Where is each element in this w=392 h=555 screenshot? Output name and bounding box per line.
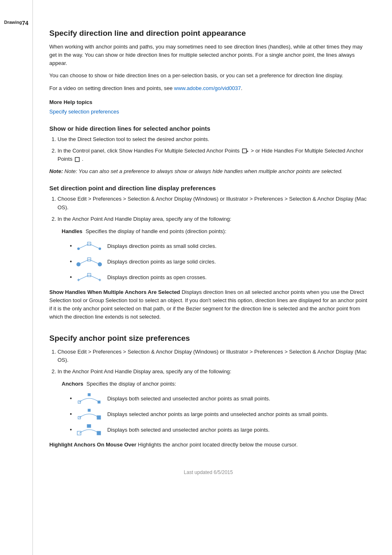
svg-rect-26 <box>77 431 81 435</box>
svg-point-6 <box>77 247 80 250</box>
more-help-link[interactable]: Specify selection preferences <box>49 109 119 115</box>
section2-steps: Use the Direct Selection tool to select … <box>58 135 367 163</box>
svg-rect-22 <box>88 393 90 396</box>
section2-step2: In the Control panel, click Show Handles… <box>58 147 367 163</box>
handles-label: Handles <box>62 228 83 234</box>
anchors-block: Anchors Specifies the display of anchor … <box>62 380 367 437</box>
handle-item-1-text: Displays direction points as small solid… <box>107 243 217 250</box>
highlight-desc: Highlight Anchors On Mouse Over Highligh… <box>49 441 367 449</box>
section1-para1: When working with anchor points and path… <box>49 43 367 67</box>
svg-marker-1 <box>247 150 249 152</box>
section-label: Drawing <box>4 20 22 25</box>
svg-rect-25 <box>88 409 90 412</box>
handle-item-2-text: Displays direction points as large solid… <box>107 258 216 266</box>
handle-illus-2 <box>75 255 104 268</box>
section1-para2: You can choose to show or hide direction… <box>49 72 367 80</box>
section2-step1: Use the Direct Selection tool to select … <box>58 135 367 143</box>
handle-illus-1 <box>75 240 104 253</box>
svg-rect-2 <box>75 157 79 162</box>
left-margin: Drawing 74 <box>0 0 33 555</box>
handle-item-3-text: Displays direction points as open crosse… <box>107 274 207 281</box>
handle-illus-3 <box>75 271 104 284</box>
handles-block: Handles Specifies the display of handle … <box>62 227 367 284</box>
footer: Last updated 6/5/2015 <box>49 469 367 475</box>
section4-step2: In the Anchor Point And Handle Display a… <box>58 368 367 376</box>
anchors-desc: Specifies the display of anchor points: <box>86 381 176 387</box>
svg-point-7 <box>99 247 101 250</box>
anchor-illus-1 <box>75 392 104 405</box>
anchor-item-3: Displays both selected and unselected an… <box>70 423 367 437</box>
show-handles-icon <box>242 148 249 154</box>
show-handles-bold: Show Handles When Multiple Anchors Are S… <box>49 289 180 295</box>
section2-title: Show or hide direction lines for selecte… <box>49 125 367 132</box>
svg-point-12 <box>98 262 102 266</box>
section2-note: Note: Note: You can also set a preferenc… <box>49 167 367 176</box>
section1-para3-text: For a video on setting direction lines a… <box>49 85 173 91</box>
section1-para3: For a video on setting direction lines a… <box>49 84 367 92</box>
anchor-item-1: Displays both selected and unselected an… <box>70 392 367 405</box>
highlight-desc-text: Highlights the anchor point located dire… <box>138 442 298 448</box>
more-help-title: More Help topics <box>49 99 367 105</box>
section1-title: Specify direction line and direction poi… <box>49 29 367 38</box>
section4-title: Specify anchor point size preferences <box>49 334 367 343</box>
hide-handles-icon <box>75 157 80 162</box>
anchor-illus-2 <box>75 408 104 421</box>
section4-steps: Choose Edit > Preferences > Selection & … <box>58 348 367 376</box>
svg-rect-0 <box>242 149 247 153</box>
handle-items-list: Displays direction points as small solid… <box>70 240 367 284</box>
handle-item-3: Displays direction points as open crosse… <box>70 271 367 284</box>
section3-title: Set direction point and direction line d… <box>49 185 367 192</box>
handles-desc: Specifies the display of handle end poin… <box>85 228 226 234</box>
page-number: 74 <box>22 20 28 26</box>
svg-rect-24 <box>97 416 101 419</box>
section3-steps: Choose Edit > Preferences > Selection & … <box>58 195 367 223</box>
section3-step2: In the Anchor Point And Handle Display a… <box>58 215 367 223</box>
anchor-item-1-text: Displays both selected and unselected an… <box>107 395 270 402</box>
page-container: Drawing 74 Specify direction line and di… <box>0 0 392 555</box>
svg-rect-28 <box>87 424 91 428</box>
handle-item-1: Displays direction points as small solid… <box>70 240 367 253</box>
show-handles-desc: Show Handles When Multiple Anchors Are S… <box>49 288 367 321</box>
svg-rect-27 <box>97 431 101 435</box>
svg-point-11 <box>76 262 81 266</box>
section1-link[interactable]: www.adobe.com/go/vid0037 <box>174 85 241 91</box>
handle-item-2: Displays direction points as large solid… <box>70 255 367 268</box>
anchor-item-3-text: Displays both selected and unselected an… <box>107 426 270 434</box>
svg-rect-21 <box>98 401 100 403</box>
anchor-item-2: Displays selected anchor points as large… <box>70 408 367 421</box>
section1-link-suffix: . <box>241 85 242 91</box>
section4-step1: Choose Edit > Preferences > Selection & … <box>58 348 367 364</box>
anchors-label: Anchors <box>62 381 83 387</box>
section3-step1: Choose Edit > Preferences > Selection & … <box>58 195 367 211</box>
anchor-illus-3 <box>75 423 104 437</box>
highlight-bold: Highlight Anchors On Mouse Over <box>49 442 136 448</box>
footer-text: Last updated 6/5/2015 <box>184 469 233 475</box>
anchor-items-list: Displays both selected and unselected an… <box>70 392 367 437</box>
content-area: Specify direction line and direction poi… <box>33 0 392 555</box>
anchor-item-2-text: Displays selected anchor points as large… <box>107 411 328 418</box>
